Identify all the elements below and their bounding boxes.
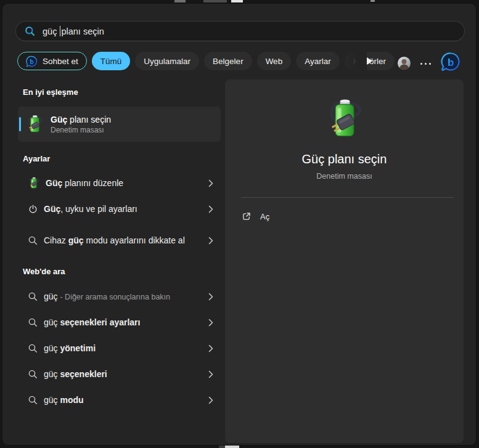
search-icon [28,369,38,380]
section-header-best-match: En iyi eşleşme [23,88,78,97]
battery-icon [28,177,40,189]
filter-chat-label: Sohbet et [43,57,78,66]
filter-label: Belgeler [213,57,244,66]
background-window-sliver [231,0,243,2]
search-query: güç planı seçin [43,26,104,36]
search-icon [25,26,35,36]
search-icon [28,343,38,354]
bing-logo-button[interactable] [441,52,461,71]
search-icon [28,235,38,246]
result-label: güç modu [44,394,203,406]
user-avatar[interactable] [398,57,411,70]
chevron-right-icon [208,205,213,213]
result-label: Güç planını düzenle [46,177,203,189]
web-result-power-mode[interactable]: güç modu [18,387,221,413]
filter-label: Web [266,57,283,66]
open-external-icon [241,211,252,222]
bing-icon [441,52,461,71]
text-caret [60,26,60,36]
preview-title: Güç planı seçin [302,152,387,166]
best-match-subtitle: Denetim masası [51,126,111,134]
filter-tab-all[interactable]: Tümü [92,52,131,70]
chevron-right-icon [208,370,213,378]
filter-chat-button[interactable]: Sohbet et [17,52,87,70]
chevron-right-icon [208,396,213,404]
selection-accent-bar [19,117,21,131]
bing-chat-icon [26,55,38,67]
play-arrow-icon [364,56,374,66]
search-flyout-window: güç planı seçin Sohbet et Tümü Uygulamal… [2,3,477,446]
preview-subtitle: Denetim masası [316,172,372,181]
more-options-button[interactable] [420,62,434,65]
background-window-sliver [371,0,375,2]
result-label: güç - Diğer arama sonuçlarına bakın [44,291,203,303]
preview-pane: Güç planı seçin Denetim masası Aç [225,79,464,443]
result-label: Güç, uyku ve pil ayarları [44,203,203,215]
filter-tab-web[interactable]: Web [257,52,292,70]
person-icon [398,57,411,70]
background-window-sliver [174,0,186,2]
result-label: Cihaz güç modu ayarlarını dikkate al [44,235,190,246]
chevron-right-icon [208,344,213,352]
chevron-right-icon [208,179,213,187]
more-filters-button[interactable] [364,56,374,66]
open-label: Aç [260,212,269,221]
best-match-result[interactable]: Güç planı seçin Denetim masası [18,107,221,142]
search-input[interactable]: güç planı seçin [15,21,465,41]
filter-label: Uygulamalar [144,57,190,66]
filter-label: Ayarlar [305,57,331,66]
result-label: güç seçenekleri ayarları [44,317,203,328]
power-plan-battery-icon [25,115,44,134]
result-label: güç seçenekleri [44,369,203,380]
web-result-power-options[interactable]: güç seçenekleri [18,361,221,387]
result-label: güç yönetimi [44,343,203,354]
settings-result-edit-power-plan[interactable]: Güç planını düzenle [18,170,221,196]
pills-overflow-fade [334,49,367,73]
filter-tab-documents[interactable]: Belgeler [204,52,252,70]
search-icon [28,291,38,302]
web-result-power-options-settings[interactable]: güç seçenekleri ayarları [18,309,221,335]
section-header-web-search: Web'de ara [23,267,65,276]
chevron-right-icon [208,237,213,245]
power-plan-battery-icon-large [324,98,366,140]
search-icon [28,317,38,328]
best-match-title: Güç planı seçin [51,115,111,124]
filter-tab-apps[interactable]: Uygulamalar [135,52,199,70]
settings-result-device-power-mode[interactable]: Cihaz güç modu ayarlarını dikkate al [18,224,221,256]
web-result-more-results[interactable]: güç - Diğer arama sonuçlarına bakın [18,283,221,309]
background-window-sliver [203,0,227,2]
preview-divider [241,197,454,198]
filter-label: Tümü [100,57,122,66]
open-button[interactable]: Aç [235,208,276,226]
web-result-power-management[interactable]: güç yönetimi [18,335,221,361]
settings-result-power-sleep-battery[interactable]: Güç, uyku ve pil ayarları [18,196,221,222]
search-icon [28,395,38,405]
section-header-settings: Ayarlar [23,154,50,163]
chevron-right-icon [208,319,213,327]
power-icon [28,204,38,214]
chevron-right-icon [208,293,213,301]
